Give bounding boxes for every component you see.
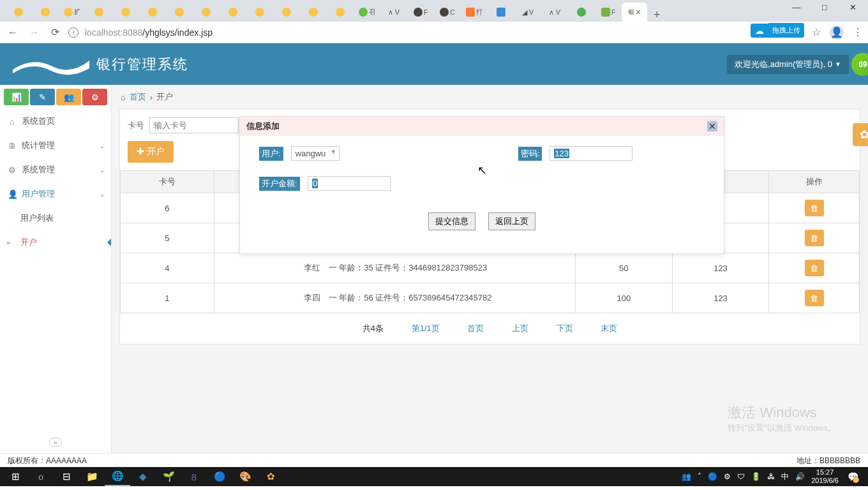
breadcrumb-current: 开户	[156, 91, 173, 103]
tray-icon[interactable]: ⚙	[724, 472, 731, 481]
delete-button[interactable]: 🗑	[805, 200, 824, 216]
submit-button[interactable]: 提交信息	[428, 212, 475, 230]
browser-tab[interactable]	[568, 3, 595, 22]
browser-tab[interactable]: ∧ V	[380, 3, 407, 22]
browser-tab[interactable]	[86, 3, 112, 22]
browser-tab[interactable]	[32, 3, 59, 22]
network-icon[interactable]: 🖧	[767, 472, 775, 481]
user-select[interactable]: wangwu	[291, 146, 340, 161]
volume-icon[interactable]: 🔊	[795, 472, 805, 481]
tab-title: 银	[628, 8, 634, 17]
browser-tab[interactable]: F	[407, 3, 434, 22]
tray-chevron-up-icon[interactable]: ˄	[698, 472, 701, 481]
sidebar-item-users[interactable]: 👤用户管理⌄	[0, 182, 111, 206]
chrome-icon[interactable]: 🌐	[105, 467, 130, 486]
menu-icon[interactable]: ⋮	[853, 26, 863, 38]
window-maximize-button[interactable]: □	[817, 3, 832, 12]
cell-card: 6	[121, 193, 214, 223]
delete-button[interactable]: 🗑	[805, 290, 824, 306]
browser-tab[interactable]	[327, 3, 354, 22]
url-input[interactable]: localhost:8088/yhglsys/index.jsp	[85, 27, 805, 38]
sidebar-item-label: 开户	[20, 237, 37, 248]
users-icon[interactable]: 👥	[56, 89, 81, 105]
browser-tab[interactable]: ∧ V	[541, 3, 568, 22]
sidebar-item-userlist[interactable]: 用户列表	[0, 206, 111, 230]
card-number-input[interactable]	[149, 117, 239, 133]
upload-badge[interactable]: ☁ 拖拽上传	[751, 23, 804, 38]
browser-tab[interactable]	[246, 3, 273, 22]
pager-page[interactable]: 第1/1页	[412, 323, 440, 333]
cell-pass: 123	[672, 253, 769, 283]
new-tab-button[interactable]: +	[647, 8, 667, 22]
settings-fab[interactable]: ✿	[853, 123, 868, 146]
window-minimize-button[interactable]: —	[789, 3, 804, 12]
browser-tab[interactable]	[193, 3, 220, 22]
browser-tab[interactable]	[273, 3, 300, 22]
edit-icon[interactable]: ✎	[30, 89, 55, 105]
stats-icon[interactable]: 📊	[4, 89, 29, 105]
sidebar-item-home[interactable]: ⌂系统首页	[0, 109, 111, 133]
pager-last[interactable]: 末页	[601, 323, 617, 333]
welcome-dropdown[interactable]: 欢迎光临,admin(管理员), 0 ▼	[727, 55, 849, 74]
sidebar-collapse-button[interactable]: «	[49, 438, 62, 447]
back-button[interactable]: 返回上页	[488, 212, 535, 230]
browser-tab[interactable]	[112, 3, 139, 22]
delete-button[interactable]: 🗑	[805, 260, 824, 276]
pager-prev[interactable]: 上页	[512, 323, 528, 333]
browser-tab[interactable]	[5, 3, 32, 22]
file-explorer-icon[interactable]: 📁	[79, 467, 105, 486]
upload-badge-label: 拖拽上传	[768, 23, 804, 38]
ime-icon[interactable]: 中	[781, 471, 789, 482]
browser-tab[interactable]	[220, 3, 246, 22]
pager-first[interactable]: 首页	[467, 323, 484, 333]
window-close-button[interactable]: ✕	[845, 3, 860, 12]
people-icon[interactable]: 👥	[682, 472, 691, 481]
task-view-icon[interactable]: ⊟	[54, 467, 79, 486]
browser-tab[interactable]: 召	[354, 3, 380, 22]
sidebar-item-system[interactable]: ⚙系统管理⌄	[0, 158, 111, 182]
app-icon[interactable]: ◆	[130, 467, 156, 486]
sidebar-item-open-account[interactable]: »开户	[0, 230, 111, 255]
open-account-button[interactable]: ✚ 开户	[128, 141, 174, 163]
welcome-text: 欢迎光临,admin(管理员), 0	[735, 59, 832, 70]
back-button[interactable]: ←	[5, 24, 20, 41]
cogs-icon[interactable]: ⚙	[82, 89, 107, 105]
password-input[interactable]: 123	[550, 146, 632, 161]
modal-close-button[interactable]: ✕	[707, 121, 717, 131]
tray-icon[interactable]: 🔵	[708, 472, 717, 481]
browser-tab[interactable]: C	[434, 3, 461, 22]
tray-icon[interactable]: 🛡	[737, 472, 745, 481]
app-icon[interactable]: 8	[181, 467, 207, 486]
browser-tab[interactable]	[166, 3, 193, 22]
app-icon[interactable]: 🎨	[232, 467, 258, 486]
reload-button[interactable]: ⟳	[49, 24, 62, 41]
profile-icon[interactable]: 👤	[830, 26, 844, 40]
start-button[interactable]: ⊞	[3, 467, 28, 486]
browser-tab[interactable]	[300, 3, 327, 22]
amount-input[interactable]: 0	[308, 176, 391, 191]
browser-tab[interactable]: ◢ V	[514, 3, 541, 22]
tab-close-icon[interactable]: ×	[636, 7, 641, 17]
browser-tab[interactable]	[139, 3, 166, 22]
browser-tab[interactable]: F	[595, 3, 622, 22]
bookmark-icon[interactable]: ☆	[812, 26, 821, 38]
breadcrumb-home-link[interactable]: 首页	[130, 91, 146, 103]
notifications-icon[interactable]: 💬3	[845, 469, 860, 484]
app-icon[interactable]: 🔵	[207, 467, 232, 486]
delete-button[interactable]: 🗑	[805, 230, 824, 246]
app-icon[interactable]: 🌱	[156, 467, 181, 486]
taskbar-clock[interactable]: 15:27 2019/6/6	[811, 468, 839, 485]
browser-tab[interactable]	[488, 3, 514, 22]
forward-button[interactable]: →	[27, 24, 42, 41]
breadcrumb-separator: ›	[150, 93, 153, 102]
app-icon[interactable]: ✿	[258, 467, 283, 486]
sidebar-item-stats[interactable]: 🗎统计管理⌄	[0, 133, 111, 158]
cortana-icon[interactable]: ○	[28, 467, 54, 486]
browser-tab-active[interactable]: 银×	[622, 3, 647, 22]
score-badge[interactable]: 69	[851, 53, 868, 76]
browser-tab[interactable]: 打	[461, 3, 488, 22]
tray-icon[interactable]: 🔋	[751, 472, 761, 481]
browser-tab[interactable]: 扩	[59, 3, 86, 22]
site-info-icon[interactable]: i	[68, 27, 79, 38]
pager-next[interactable]: 下页	[557, 323, 573, 333]
